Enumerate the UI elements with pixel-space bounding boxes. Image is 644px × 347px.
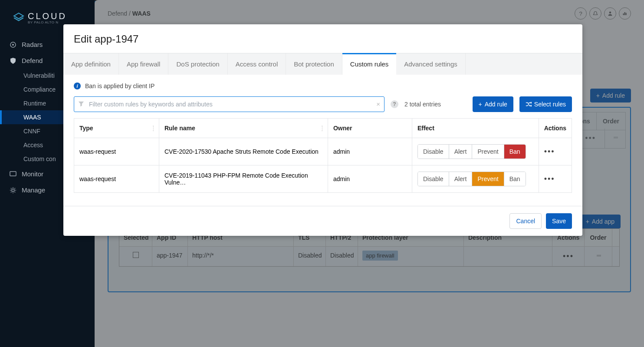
rule-row[interactable]: waas-request CVE-2019-11043 PHP-FPM Remo…	[74, 165, 572, 193]
radar-icon	[10, 41, 16, 48]
effect-group: Disable Alert Prevent Ban	[417, 144, 526, 159]
th-actions: Actions	[539, 119, 572, 138]
svg-point-3	[12, 189, 14, 192]
effect-disable[interactable]: Disable	[418, 145, 449, 159]
svg-rect-2	[10, 172, 16, 176]
edit-app-modal: Edit app-1947 App definition App firewal…	[63, 24, 582, 236]
effect-prevent[interactable]: Prevent	[472, 172, 504, 186]
rule-row[interactable]: waas-request CVE-2020-17530 Apache Strut…	[74, 138, 572, 165]
gear-icon	[10, 187, 16, 194]
shuffle-icon	[526, 101, 532, 107]
modal-footer: Cancel Save	[63, 206, 582, 236]
clear-icon[interactable]: ×	[376, 100, 380, 108]
filter-input-wrap: ×	[74, 96, 384, 112]
filter-input[interactable]	[74, 96, 384, 112]
tab-advanced-settings[interactable]: Advanced settings	[396, 53, 466, 75]
tab-app-firewall[interactable]: App firewall	[119, 53, 169, 75]
cancel-button[interactable]: Cancel	[509, 213, 542, 229]
brand-name: CLOUD	[28, 11, 67, 21]
tab-custom-rules[interactable]: Custom rules	[342, 53, 396, 75]
info-banner: i Ban is applied by client IP	[74, 83, 572, 89]
entries-count: 2 total entries	[404, 101, 441, 108]
effect-disable[interactable]: Disable	[418, 172, 449, 186]
effect-ban[interactable]: Ban	[504, 145, 526, 159]
th-type[interactable]: Type↑↓	[74, 119, 159, 138]
modal-title: Edit app-1947	[63, 24, 582, 53]
effect-prevent[interactable]: Prevent	[472, 145, 504, 159]
tab-bot-protection[interactable]: Bot protection	[286, 53, 342, 75]
filter-icon	[78, 101, 84, 108]
custom-rules-table: Type↑↓ Rule name↑↓ Owner Effect Actions …	[74, 118, 572, 193]
select-rules-button[interactable]: Select rules	[519, 96, 572, 112]
effect-group: Disable Alert Prevent Ban	[417, 172, 526, 186]
effect-alert[interactable]: Alert	[449, 145, 473, 159]
sort-icon: ↑↓	[152, 126, 154, 131]
th-name[interactable]: Rule name↑↓	[159, 119, 328, 138]
add-rule-button[interactable]: +Add rule	[473, 96, 513, 112]
effect-alert[interactable]: Alert	[449, 172, 473, 186]
row-actions-menu[interactable]: •••	[539, 165, 572, 193]
row-actions-menu[interactable]: •••	[539, 138, 572, 165]
filter-help-icon[interactable]: ?	[391, 100, 398, 108]
tab-app-definition[interactable]: App definition	[63, 53, 119, 75]
monitor-icon	[10, 171, 16, 178]
svg-point-1	[12, 44, 14, 46]
modal-tabs: App definition App firewall DoS protecti…	[63, 53, 582, 75]
sort-icon: ↑↓	[321, 126, 323, 131]
tab-dos-protection[interactable]: DoS protection	[168, 53, 227, 75]
shield-icon	[10, 57, 16, 64]
brand-icon	[13, 12, 24, 23]
info-icon: i	[74, 83, 81, 89]
th-owner[interactable]: Owner	[328, 119, 412, 138]
tab-access-control[interactable]: Access control	[228, 53, 286, 75]
save-button[interactable]: Save	[546, 213, 572, 229]
effect-ban[interactable]: Ban	[504, 172, 526, 186]
th-effect[interactable]: Effect	[412, 119, 539, 138]
